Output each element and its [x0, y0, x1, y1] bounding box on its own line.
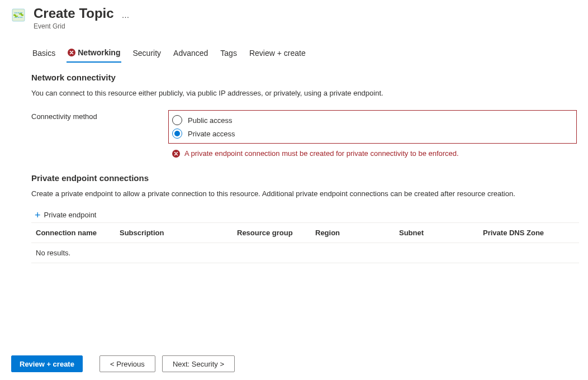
add-private-endpoint-label: Private endpoint — [44, 211, 97, 219]
tab-advanced[interactable]: Advanced — [172, 46, 209, 63]
tab-security[interactable]: Security — [131, 46, 162, 63]
tab-networking[interactable]: Networking — [67, 46, 121, 63]
empty-message: No results. — [31, 243, 579, 263]
radio-public-access[interactable]: Public access — [172, 114, 573, 126]
radio-label: Public access — [188, 116, 232, 125]
tab-label: Security — [132, 49, 161, 58]
eventgrid-icon — [11, 8, 26, 22]
section-heading-private-endpoints: Private endpoint connections — [31, 173, 577, 183]
radio-icon — [172, 115, 182, 125]
review-create-button[interactable]: Review + create — [11, 355, 83, 372]
button-label: Next: Security > — [173, 360, 224, 368]
connectivity-method-label: Connectivity method — [31, 110, 168, 121]
private-endpoints-table: Connection name Subscription Resource gr… — [31, 222, 577, 263]
error-icon — [172, 150, 180, 158]
tab-review-create[interactable]: Review + create — [248, 46, 307, 63]
col-resource-group[interactable]: Resource group — [233, 223, 311, 243]
tab-tags[interactable]: Tags — [219, 46, 238, 63]
error-icon — [68, 49, 75, 56]
header-text-block: Create Topic … Event Grid — [34, 6, 131, 30]
radio-private-access[interactable]: Private access — [172, 127, 573, 140]
col-subnet[interactable]: Subnet — [395, 223, 478, 243]
col-connection-name[interactable]: Connection name — [31, 223, 115, 243]
tab-label: Review + create — [249, 49, 306, 58]
col-private-dns[interactable]: Private DNS Zone — [478, 223, 579, 243]
tab-label: Advanced — [173, 49, 208, 58]
next-button[interactable]: Next: Security > — [162, 355, 235, 372]
button-label: < Previous — [110, 360, 145, 368]
page-root: Create Topic … Event Grid Basics Network… — [0, 0, 588, 380]
section-heading-connectivity: Network connectivity — [31, 73, 577, 82]
tab-basics[interactable]: Basics — [31, 46, 56, 63]
table-row: No results. — [31, 243, 579, 263]
button-label: Review + create — [20, 360, 74, 368]
tab-bar: Basics Networking Security Advanced Tags… — [0, 30, 588, 63]
error-text: A private endpoint connection must be cr… — [184, 149, 459, 158]
connectivity-method-row: Connectivity method Public access Privat… — [31, 110, 577, 144]
radio-icon — [172, 129, 182, 139]
radio-label: Private access — [188, 130, 235, 138]
page-header: Create Topic … Event Grid — [0, 0, 588, 30]
add-private-endpoint-button[interactable]: + Private endpoint — [35, 211, 577, 219]
page-title: Create Topic — [34, 6, 114, 21]
table-header-row: Connection name Subscription Resource gr… — [31, 223, 579, 243]
col-region[interactable]: Region — [311, 223, 395, 243]
previous-button[interactable]: < Previous — [99, 355, 155, 372]
connectivity-radio-group: Public access Private access — [168, 110, 577, 144]
page-subtitle: Event Grid — [34, 22, 131, 30]
footer-actions: Review + create < Previous Next: Securit… — [0, 351, 588, 377]
connectivity-description: You can connect to this resource either … — [31, 89, 577, 98]
tab-label: Networking — [78, 48, 120, 57]
tab-label: Tags — [220, 49, 237, 58]
more-actions-button[interactable]: … — [122, 7, 131, 20]
private-endpoints-description: Create a private endpoint to allow a pri… — [31, 189, 577, 198]
content-area: Network connectivity You can connect to … — [0, 63, 588, 263]
connectivity-error-message: A private endpoint connection must be cr… — [172, 149, 577, 158]
tab-label: Basics — [32, 49, 55, 58]
col-subscription[interactable]: Subscription — [115, 223, 233, 243]
plus-icon: + — [35, 211, 41, 219]
